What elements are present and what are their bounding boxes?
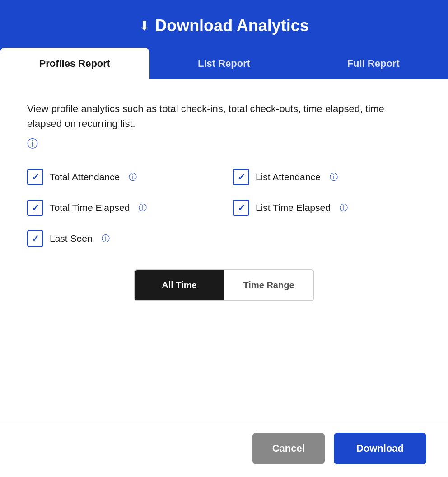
checkbox-item-total-time-elapsed: ✓ Total Time Elapsed ⓘ (27, 200, 215, 216)
description-text: View profile analytics such as total che… (27, 101, 421, 131)
checkbox-list-time-elapsed[interactable]: ✓ (233, 200, 249, 216)
checkmark-total-time-elapsed: ✓ (32, 202, 39, 213)
time-option-all-time[interactable]: All Time (135, 270, 224, 300)
help-icon-list-time-elapsed[interactable]: ⓘ (340, 202, 348, 213)
label-last-seen: Last Seen (50, 233, 93, 244)
checkmark-list-attendance: ✓ (238, 172, 245, 182)
help-icon-total-attendance[interactable]: ⓘ (129, 172, 137, 182)
description-help-icon[interactable]: ⓘ (27, 136, 421, 151)
checkbox-total-attendance[interactable]: ✓ (27, 169, 43, 185)
download-button[interactable]: Download (334, 433, 426, 464)
help-icon-list-attendance[interactable]: ⓘ (330, 172, 338, 182)
checkbox-item-last-seen: ✓ Last Seen ⓘ (27, 230, 215, 247)
modal-title: Download Analytics (155, 16, 309, 35)
checkbox-item-list-time-elapsed: ✓ List Time Elapsed ⓘ (233, 200, 421, 216)
checkbox-item-total-attendance: ✓ Total Attendance ⓘ (27, 169, 215, 185)
label-list-attendance: List Attendance (256, 172, 321, 182)
label-total-attendance: Total Attendance (50, 172, 120, 182)
time-toggle-container: All Time Time Range (27, 269, 421, 301)
help-icon-total-time-elapsed[interactable]: ⓘ (139, 202, 147, 213)
checkbox-item-list-attendance: ✓ List Attendance ⓘ (233, 169, 421, 185)
checkbox-total-time-elapsed[interactable]: ✓ (27, 200, 43, 216)
checkbox-last-seen[interactable]: ✓ (27, 230, 43, 247)
modal-footer: Cancel Download (0, 420, 448, 477)
help-icon-last-seen[interactable]: ⓘ (102, 233, 110, 244)
label-total-time-elapsed: Total Time Elapsed (50, 202, 130, 213)
cancel-button[interactable]: Cancel (252, 433, 325, 464)
checkboxes-grid: ✓ Total Attendance ⓘ ✓ List Attendance ⓘ… (27, 169, 421, 247)
tab-full-report[interactable]: Full Report (299, 48, 448, 80)
modal-header: ⬇ Download Analytics (0, 0, 448, 48)
checkmark-total-attendance: ✓ (32, 172, 39, 182)
download-analytics-modal: ⬇ Download Analytics Profiles Report Lis… (0, 0, 448, 477)
checkbox-list-attendance[interactable]: ✓ (233, 169, 249, 185)
tabs-container: Profiles Report List Report Full Report (0, 48, 448, 80)
label-list-time-elapsed: List Time Elapsed (256, 202, 331, 213)
checkmark-list-time-elapsed: ✓ (238, 202, 245, 213)
time-toggle: All Time Time Range (134, 269, 314, 301)
download-header-icon: ⬇ (139, 19, 149, 33)
checkmark-last-seen: ✓ (32, 233, 39, 244)
time-option-time-range[interactable]: Time Range (224, 270, 313, 300)
tab-profiles-report[interactable]: Profiles Report (0, 48, 149, 80)
tab-list-report[interactable]: List Report (149, 48, 299, 80)
modal-body: View profile analytics such as total che… (0, 80, 448, 420)
